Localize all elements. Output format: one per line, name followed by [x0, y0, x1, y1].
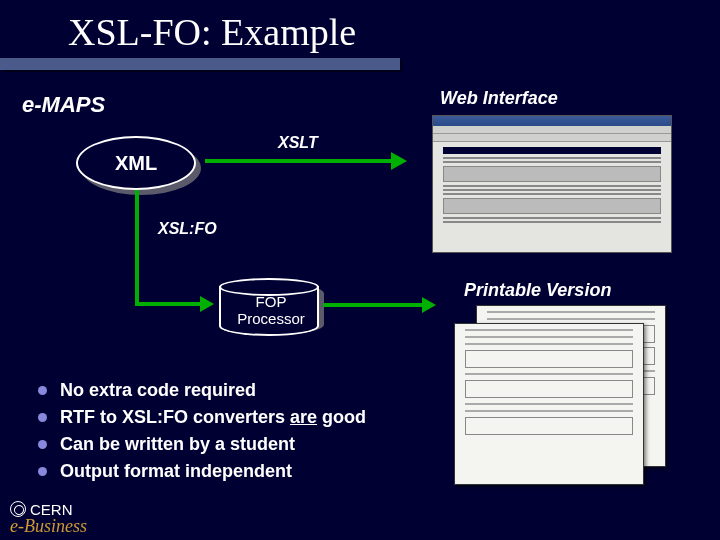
printable-label: Printable Version [464, 280, 611, 301]
arrow-xml-to-web-icon [205, 159, 393, 163]
footer: CERN e-Business [10, 501, 87, 534]
arrow-fop-to-print-icon [323, 303, 423, 307]
xml-node: XML [76, 136, 196, 190]
emaps-label: e-MAPS [22, 92, 105, 118]
web-interface-screenshot [432, 115, 672, 253]
fop-line2: Processor [237, 310, 305, 327]
xslfo-label: XSL:FO [158, 220, 217, 238]
list-item: No extra code required [36, 380, 366, 401]
printable-version-screenshot [454, 305, 668, 490]
xslt-label: XSLT [278, 134, 318, 152]
fop-processor-node: FOP Processor [219, 278, 319, 340]
e-business-text: e-Business [10, 518, 87, 534]
arrow-xml-down-icon [135, 190, 139, 305]
list-item: RTF to XSL:FO converters are good [36, 407, 366, 428]
web-interface-label: Web Interface [440, 88, 558, 109]
list-item: Can be written by a student [36, 434, 366, 455]
arrow-to-fop-icon [135, 302, 201, 306]
slide-content: e-MAPS Web Interface Printable Version X… [0, 0, 720, 540]
list-item: Output format independent [36, 461, 366, 482]
xml-node-text: XML [115, 152, 157, 175]
bullet-list: No extra code required RTF to XSL:FO con… [36, 380, 366, 488]
fop-line1: FOP [256, 293, 287, 310]
